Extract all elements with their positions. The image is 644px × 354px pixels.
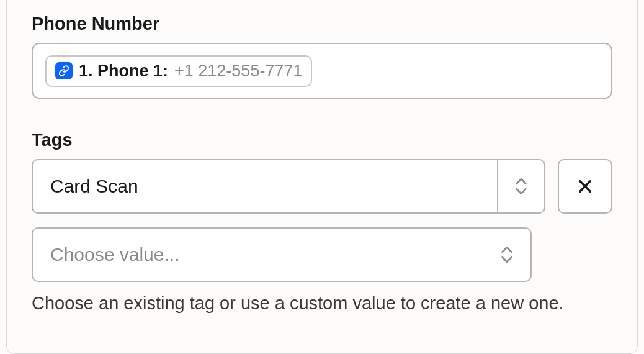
link-icon bbox=[55, 62, 73, 79]
tag-add-select[interactable]: Choose value... bbox=[32, 227, 532, 282]
tags-label: Tags bbox=[32, 130, 612, 150]
phone-token-value: +1 212-555-7771 bbox=[174, 61, 302, 81]
tag-select-value: Card Scan bbox=[33, 160, 497, 212]
phone-number-label: Phone Number bbox=[32, 14, 612, 34]
phone-token[interactable]: 1. Phone 1: +1 212-555-7771 bbox=[45, 55, 312, 87]
phone-number-input[interactable]: 1. Phone 1: +1 212-555-7771 bbox=[32, 43, 612, 99]
tags-selected-row: Card Scan bbox=[32, 159, 612, 214]
close-icon bbox=[576, 178, 594, 195]
tag-add-placeholder: Choose value... bbox=[33, 229, 483, 281]
select-stepper-icon bbox=[483, 229, 530, 281]
select-stepper-icon bbox=[497, 160, 544, 212]
form-panel: Phone Number 1. Phone 1: +1 212-555-7771… bbox=[6, 0, 638, 354]
tag-select[interactable]: Card Scan bbox=[32, 159, 545, 214]
tags-help-text: Choose an existing tag or use a custom v… bbox=[32, 293, 612, 314]
phone-token-label: 1. Phone 1: bbox=[79, 61, 168, 81]
chevron-up-icon bbox=[500, 245, 514, 254]
chevron-up-icon bbox=[514, 177, 528, 186]
chevron-down-icon bbox=[500, 255, 514, 264]
remove-tag-button[interactable] bbox=[558, 159, 612, 214]
chevron-down-icon bbox=[514, 187, 528, 196]
